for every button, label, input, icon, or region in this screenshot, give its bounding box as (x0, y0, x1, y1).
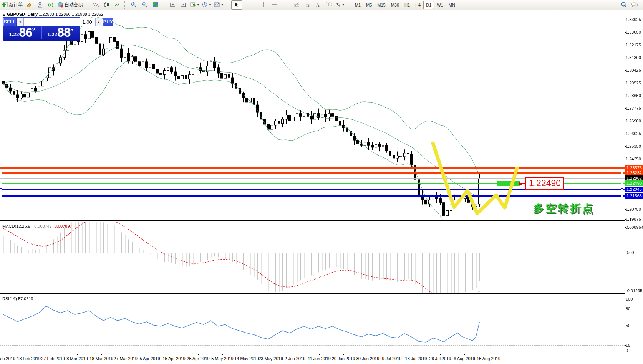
signals-button[interactable] (45, 0, 56, 10)
sell-price-prefix: 1.22 (9, 31, 19, 37)
chart-shift-icon (170, 2, 176, 8)
volume-input[interactable] (24, 18, 95, 26)
time-axis-label: 14 May 2019 (234, 356, 259, 361)
time-axis-label: 15 Aug 2019 (477, 356, 500, 361)
toolbar-separator (227, 1, 230, 9)
line-drag-handle[interactable] (621, 182, 623, 184)
price-axis-tick-label: 1.29525 (626, 81, 643, 85)
timeframe-m30-button[interactable]: M30 (388, 1, 402, 9)
zoom-out-icon (142, 2, 148, 8)
volume-decrease-button[interactable]: ▼ (17, 18, 24, 26)
profile-icon (37, 2, 43, 8)
autotrading-icon (57, 2, 63, 8)
chat-button[interactable] (629, 0, 640, 10)
time-axis-tick (174, 354, 174, 355)
main-toolbar: 新订单 自动交易 ▼ ▼ ▼ F A T ▼ M1 M5 M15 M30 H1 … (0, 0, 643, 10)
pane-separator[interactable] (0, 220, 625, 221)
timeframe-h4-button[interactable]: H4 (413, 1, 423, 9)
timeframe-mn-button[interactable]: MN (446, 1, 458, 9)
line-drag-handle[interactable] (621, 172, 623, 174)
pane-separator[interactable] (0, 293, 625, 294)
clock-icon (202, 2, 208, 8)
zoom-in-icon (131, 2, 137, 8)
time-axis-label: 18 Mar 2019 (89, 356, 113, 361)
signal-icon (48, 2, 54, 8)
fibonacci-tool-button[interactable] (291, 0, 302, 10)
svg-text:F: F (308, 5, 309, 8)
new-order-button[interactable]: 新订单 (1, 0, 24, 10)
line-drag-handle[interactable] (0, 182, 2, 184)
dropdown-caret-icon: ▼ (342, 3, 345, 7)
timeframe-w1-button[interactable]: W1 (434, 1, 446, 9)
tile-windows-button[interactable] (150, 0, 161, 10)
templates-button[interactable]: ▼ (213, 0, 225, 10)
search-button[interactable] (618, 0, 629, 10)
text-tool-button[interactable]: A (313, 0, 323, 10)
buy-price-prefix: 1.22 (47, 31, 57, 37)
horizontal-level-line[interactable] (0, 167, 625, 169)
new-order-label: 新订单 (9, 2, 23, 8)
autotrading-button[interactable]: 自动交易 (56, 0, 84, 10)
timeframe-d1-button[interactable]: D1 (423, 1, 434, 9)
chart-note-text[interactable]: 多空转折点 (533, 201, 595, 216)
auto-scroll-button[interactable] (178, 0, 189, 10)
cursor-tool-button[interactable] (231, 0, 242, 10)
buy-price-display[interactable]: 1.22 88 5 (41, 26, 80, 39)
time-axis-tick (247, 354, 247, 355)
auto-scroll-icon (181, 2, 186, 8)
crosshair-tool-button[interactable] (242, 0, 253, 10)
line-drag-handle[interactable] (621, 195, 623, 197)
time-axis-label: 28 Jul 2019 (429, 356, 451, 361)
key-level-highlight-zone[interactable] (497, 181, 520, 186)
line-drag-handle[interactable] (0, 188, 2, 190)
time-axis-tick (416, 354, 416, 355)
sell-price-display[interactable]: 1.22 86 2 (3, 26, 41, 39)
macd-main-value: -0.003747 (33, 224, 52, 228)
profile-button[interactable] (35, 0, 45, 10)
price-axis-tick-label: 1.28650 (626, 93, 643, 98)
candlestick-chart-button[interactable] (101, 0, 112, 10)
collapse-panel-icon[interactable]: ▲ (2, 13, 6, 17)
timeframe-m5-button[interactable]: M5 (363, 1, 375, 9)
time-axis-tick (150, 354, 150, 355)
time-axis-tick (489, 354, 489, 355)
chart-shift-button[interactable] (167, 0, 178, 10)
horizontal-level-line[interactable] (0, 172, 625, 174)
line-drag-handle[interactable] (0, 195, 2, 197)
time-axis-label: 9 Jul 2019 (382, 356, 402, 361)
horizontal-line-tool-button[interactable] (270, 0, 280, 10)
trendline-tool-button[interactable] (280, 0, 291, 10)
new-order-icon (2, 2, 8, 8)
bar-chart-button[interactable] (90, 0, 101, 10)
buy-button[interactable]: BUY (103, 18, 113, 26)
callout-anchor-handle[interactable] (519, 182, 522, 185)
time-axis-label: 23 May 2019 (259, 356, 283, 361)
timeframe-h1-button[interactable]: H1 (402, 1, 413, 9)
price-callout-label[interactable]: 1.22490 (525, 177, 564, 190)
horizontal-level-line[interactable] (0, 195, 625, 197)
label-tool-button[interactable]: T (323, 0, 334, 10)
line-chart-button[interactable] (112, 0, 123, 10)
sell-price-main: 86 (19, 27, 32, 38)
timeframe-m15-button[interactable]: M15 (375, 1, 388, 9)
arrows-tool-button[interactable]: ▼ (334, 0, 346, 10)
indicators-button[interactable]: ▼ (189, 0, 201, 10)
line-drag-handle[interactable] (621, 188, 623, 190)
zoom-in-button[interactable] (129, 0, 139, 10)
sell-button[interactable]: SELL (3, 18, 16, 26)
pane-separator[interactable] (0, 295, 625, 295)
zoom-out-button[interactable] (139, 0, 150, 10)
price-level-axis-label: 1.22490 (625, 180, 643, 186)
time-axis-tick (101, 354, 102, 355)
line-drag-handle[interactable] (0, 172, 2, 174)
autotrading-label: 自动交易 (65, 2, 83, 8)
periods-button[interactable]: ▼ (201, 0, 213, 10)
pane-separator[interactable] (0, 222, 625, 222)
styles-button[interactable] (24, 0, 35, 10)
grid-tool-button[interactable]: F (302, 0, 313, 10)
time-axis-tick (5, 354, 5, 355)
macd-indicator-pane[interactable] (0, 222, 625, 293)
volume-increase-button[interactable]: ▲ (95, 18, 102, 26)
timeframe-m1-button[interactable]: M1 (352, 1, 363, 9)
vertical-line-tool-button[interactable] (259, 0, 270, 10)
